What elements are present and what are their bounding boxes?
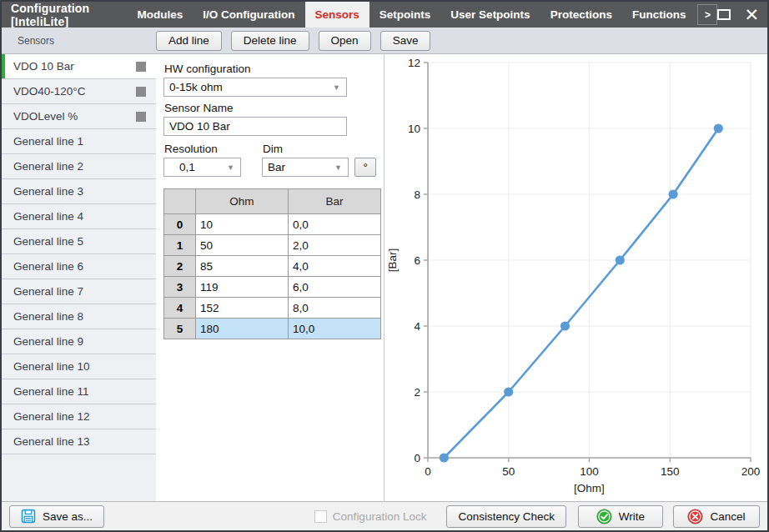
window-title: Configuration [InteliLite] — [2, 2, 128, 28]
tab-user-setpoints[interactable]: User Setpoints — [440, 2, 540, 28]
sidebar-item-vdo-10-bar[interactable]: VDO 10 Bar — [2, 54, 156, 79]
sidebar-item-general-line-12[interactable]: General line 12 — [2, 404, 156, 429]
dim-label: Dim — [263, 143, 283, 155]
svg-text:0: 0 — [425, 465, 431, 478]
row-index: 0 — [164, 214, 196, 235]
bar-cell[interactable]: 0,0 — [289, 214, 381, 235]
sidebar-item-vdolevel[interactable]: VDOLevel % — [2, 104, 156, 129]
sidebar-item-vdo40-120c[interactable]: VDO40-120°C — [2, 79, 156, 104]
bar-cell[interactable]: 4,0 — [289, 256, 381, 277]
save-as-button[interactable]: Save as... — [9, 505, 104, 528]
save-as-label: Save as... — [43, 510, 93, 523]
svg-text:[Ohm]: [Ohm] — [574, 482, 605, 494]
bar-cell[interactable]: 10,0 — [289, 319, 381, 339]
row-index: 2 — [164, 256, 196, 277]
ohm-cell[interactable]: 85 — [196, 256, 289, 277]
cancel-label: Cancel — [710, 510, 745, 523]
ohm-column-header: Ohm — [196, 189, 289, 214]
delete-line-button[interactable]: Delete line — [231, 31, 309, 51]
svg-text:200: 200 — [741, 465, 761, 478]
table-row: 2 85 4,0 — [164, 256, 381, 277]
chevron-down-icon: ▼ — [333, 83, 346, 92]
sidebar-item-label: General line 13 — [13, 435, 90, 448]
sidebar-item-general-line-9[interactable]: General line 9 — [2, 329, 156, 354]
ohm-cell[interactable]: 119 — [196, 277, 289, 298]
tab-io-configuration[interactable]: I/O Configuration — [193, 2, 304, 28]
chevron-down-icon: ▼ — [227, 163, 240, 172]
sidebar-item-general-line-13[interactable]: General line 13 — [2, 429, 156, 454]
sidebar-item-label: VDO40-120°C — [13, 85, 85, 98]
write-button[interactable]: Write — [578, 505, 663, 528]
sidebar-item-general-line-4[interactable]: General line 4 — [2, 204, 156, 229]
hw-configuration-label: HW configuration — [164, 63, 384, 75]
sidebar-item-general-line-10[interactable]: General line 10 — [2, 354, 156, 379]
sidebar-item-general-line-5[interactable]: General line 5 — [2, 229, 156, 254]
table-row-selected: 5 180 10,0 — [164, 319, 381, 339]
sensor-name-value: VDO 10 Bar — [169, 120, 230, 133]
save-button[interactable]: Save — [380, 31, 431, 51]
ohm-cell[interactable]: 50 — [196, 235, 289, 256]
tab-sensors[interactable]: Sensors — [305, 2, 369, 28]
bar-cell[interactable]: 8,0 — [289, 298, 381, 319]
sidebar-header-label: Sensors — [2, 35, 156, 47]
table-row: 4 152 8,0 — [164, 298, 381, 319]
sensor-status-square-icon — [136, 62, 146, 72]
sidebar-item-general-line-7[interactable]: General line 7 — [2, 279, 156, 304]
hw-configuration-select[interactable]: 0-15k ohm ▼ — [163, 78, 347, 97]
sidebar-item-general-line-8[interactable]: General line 8 — [2, 304, 156, 329]
table-header-row: Ohm Bar — [164, 189, 381, 214]
sidebar-item-general-line-2[interactable]: General line 2 — [2, 154, 156, 179]
calibration-table: Ohm Bar 0 10 0,0 1 50 2,0 2 85 4,0 — [163, 188, 381, 339]
open-button[interactable]: Open — [319, 31, 371, 51]
svg-text:0: 0 — [414, 452, 420, 464]
sensor-editor-panel: HW configuration 0-15k ohm ▼ Sensor Name… — [156, 54, 384, 501]
resolution-value: 0,1 — [179, 161, 195, 173]
ohm-cell[interactable]: 152 — [196, 298, 289, 319]
sensor-name-input[interactable]: VDO 10 Bar — [163, 117, 347, 136]
sidebar-item-general-line-3[interactable]: General line 3 — [2, 179, 156, 204]
write-label: Write — [619, 510, 645, 523]
sidebar-item-label: General line 1 — [13, 135, 83, 148]
cancel-button[interactable]: Cancel — [673, 505, 760, 528]
consistency-check-button[interactable]: Consistency Check — [446, 505, 566, 528]
add-line-button[interactable]: Add line — [156, 31, 222, 51]
close-icon[interactable]: ✕ — [744, 6, 759, 23]
tab-protections[interactable]: Protections — [540, 2, 622, 28]
sidebar-item-label: General line 7 — [13, 285, 83, 298]
dim-select[interactable]: Bar ▼ — [262, 158, 349, 177]
main-tabs: Modules I/O Configuration Sensors Setpoi… — [128, 2, 718, 28]
sensor-name-label: Sensor Name — [164, 102, 384, 114]
x-circle-icon — [687, 509, 703, 524]
hw-configuration-value: 0-15k ohm — [169, 81, 223, 93]
sensor-curve-chart: 024681012050100150200[Ohm][Bar] — [384, 54, 767, 501]
tab-modules[interactable]: Modules — [128, 2, 194, 28]
svg-text:2: 2 — [414, 386, 420, 399]
bar-cell[interactable]: 6,0 — [289, 277, 381, 298]
degree-button[interactable]: ° — [354, 158, 376, 177]
maximize-icon[interactable] — [717, 9, 731, 20]
sidebar-item-general-line-1[interactable]: General line 1 — [2, 129, 156, 154]
sensor-list: VDO 10 Bar VDO40-120°C VDOLevel % Genera… — [2, 54, 156, 501]
tab-overflow-button[interactable]: > — [697, 4, 717, 25]
index-column-header — [164, 189, 196, 214]
bar-cell[interactable]: 2,0 — [289, 235, 381, 256]
toolbar: Sensors Add line Delete line Open Save — [2, 28, 767, 54]
window-controls: ✕ — [717, 2, 767, 28]
consistency-check-label: Consistency Check — [458, 510, 555, 523]
chevron-down-icon: ▼ — [334, 163, 348, 172]
sidebar-item-general-line-6[interactable]: General line 6 — [2, 254, 156, 279]
table-row: 0 10 0,0 — [164, 214, 381, 235]
sidebar-item-label: General line 2 — [13, 160, 83, 173]
svg-text:150: 150 — [661, 465, 680, 478]
resolution-dim-row: 0,1 ▼ Bar ▼ ° — [163, 158, 384, 182]
sidebar-item-general-line-11[interactable]: General line 11 — [2, 379, 156, 404]
tab-setpoints[interactable]: Setpoints — [369, 2, 441, 28]
ohm-cell[interactable]: 180 — [196, 319, 289, 339]
tab-functions[interactable]: Functions — [622, 2, 696, 28]
ohm-cell[interactable]: 10 — [196, 214, 289, 235]
table-row: 1 50 2,0 — [164, 235, 381, 256]
dim-value: Bar — [268, 161, 285, 173]
sidebar-item-label: General line 10 — [13, 360, 90, 373]
footer-bar: Save as... Configuration Lock Consistenc… — [2, 501, 767, 530]
resolution-select[interactable]: 0,1 ▼ — [163, 158, 241, 177]
